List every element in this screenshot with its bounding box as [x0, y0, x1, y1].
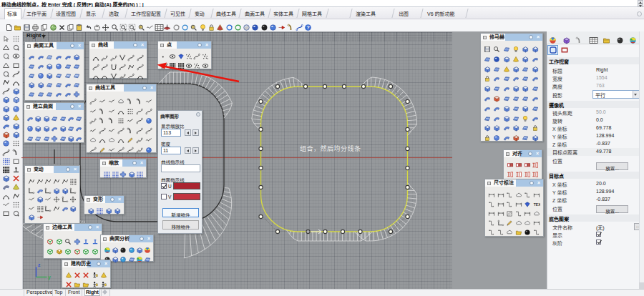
svg-text:y: y	[48, 275, 51, 280]
svg-text:z: z	[38, 262, 41, 267]
svg-text:TEXT: TEXT	[533, 202, 540, 207]
